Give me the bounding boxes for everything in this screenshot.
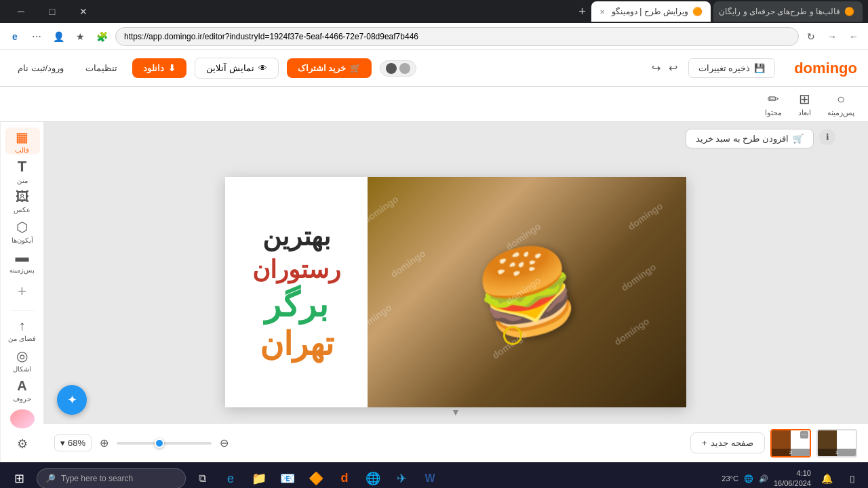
- user-avatar[interactable]: [10, 409, 35, 428]
- network-icon: 🌐: [744, 474, 753, 483]
- tab-2-favicon: 🟠: [692, 7, 703, 16]
- subscribe-button[interactable]: 🛒 خرید اشتراک: [287, 58, 372, 78]
- dark-mode-toggle[interactable]: [380, 60, 416, 77]
- taskbar-icon-files[interactable]: 📁: [247, 466, 271, 488]
- more-icon[interactable]: ⋯: [27, 27, 46, 46]
- start-button[interactable]: ⊞: [5, 465, 33, 488]
- side-item-myspace[interactable]: ↑ فضای من: [5, 317, 40, 344]
- save-icon: 💾: [754, 63, 765, 73]
- notification-button[interactable]: 🔔: [816, 468, 837, 488]
- side-item-template[interactable]: ▦ قالب: [5, 127, 40, 155]
- side-add-button[interactable]: +: [5, 278, 40, 305]
- tool-background[interactable]: ○ پس‌زمینه: [827, 92, 854, 117]
- template-icon: ▦: [16, 129, 28, 145]
- forward-button[interactable]: →: [823, 28, 841, 45]
- side-item-background[interactable]: ▬ پس‌زمینه: [5, 247, 40, 274]
- icons-icon: ⬡: [16, 219, 28, 235]
- app: domingo 💾 ذخیره تغییرات ↩ ↪ 🛒 خرید اشترا…: [0, 50, 868, 462]
- settings-button[interactable]: تنظیمات: [79, 59, 124, 77]
- zoom-slider[interactable]: [117, 442, 212, 445]
- info-button[interactable]: ℹ: [819, 129, 835, 145]
- address-input[interactable]: [115, 27, 799, 46]
- page-thumb-2[interactable]: ⋯ 2: [770, 429, 811, 458]
- collapse-arrow[interactable]: ▼: [446, 407, 465, 417]
- extensions-icon[interactable]: 🧩: [92, 27, 111, 46]
- preview-button[interactable]: 👁 نمایش آنلاین: [195, 58, 279, 79]
- side-item-icons[interactable]: ⬡ آیکون‌ها: [5, 218, 40, 245]
- zoom-display[interactable]: ▾ 68%: [54, 434, 92, 451]
- design-canvas[interactable]: domingo domingo domingo domingo domingo …: [225, 177, 686, 407]
- new-page-button[interactable]: + صفحه جدید: [690, 432, 765, 453]
- show-desktop-button[interactable]: ▯: [842, 468, 863, 488]
- tool-dimensions[interactable]: ⊞ ابعاد: [798, 91, 811, 117]
- taskbar-icon-domingo[interactable]: d: [332, 466, 357, 488]
- side-panel: ▦ قالب T متن 🖼 عکس ⬡ آیکون‌ها ▬ پس‌زمینه…: [0, 122, 43, 462]
- window-controls: ─ □ ✕: [5, 0, 99, 23]
- new-tab-button[interactable]: +: [576, 5, 589, 19]
- background-icon: ▬: [16, 249, 29, 265]
- chrome-icon: 🌐: [366, 471, 380, 486]
- download-button[interactable]: ⬇ دانلود: [132, 58, 186, 78]
- taskbar-search[interactable]: 🔎 Type here to search: [37, 468, 186, 488]
- subscribe-label: خرید اشتراک: [298, 63, 347, 73]
- edge-icon[interactable]: e: [5, 27, 24, 46]
- selection-circle[interactable]: [503, 326, 522, 345]
- side-item-text[interactable]: T متن: [5, 157, 40, 184]
- address-icons: 🧩 ★ 👤 ⋯ e: [5, 27, 111, 46]
- profile-icon[interactable]: 👤: [49, 27, 68, 46]
- zoom-in-button[interactable]: ⊕: [97, 435, 111, 451]
- minimize-button[interactable]: ─: [5, 0, 37, 23]
- windows-icon: ⊞: [14, 471, 24, 486]
- ai-icon: ✦: [67, 392, 77, 407]
- title-line-3: برگر: [264, 287, 328, 324]
- tab-2-close[interactable]: ✕: [599, 8, 605, 16]
- photo-icon: 🖼: [16, 189, 29, 205]
- download-icon: ⬇: [168, 63, 176, 73]
- save-button[interactable]: 💾 ذخیره تغییرات: [688, 58, 776, 78]
- tab-2-label: ویرایش طرح | دومینگو: [612, 7, 688, 16]
- taskbar-icon-task-view[interactable]: ⧉: [190, 466, 214, 488]
- taskbar-icon-app2[interactable]: 🔶: [304, 466, 328, 488]
- side-item-shapes[interactable]: ◎ اشکال: [5, 346, 40, 373]
- taskbar-icon-telegram[interactable]: ✈: [389, 466, 414, 488]
- taskbar-icon-word[interactable]: W: [418, 466, 442, 488]
- system-tray: 23°C 🌐 🔊 4:10 16/06/2024 🔔 ▯: [722, 468, 863, 488]
- taskbar-icon-app1[interactable]: 📧: [275, 466, 300, 488]
- side-item-fonts[interactable]: A حروف: [5, 377, 40, 404]
- dimensions-tool-icon: ⊞: [799, 91, 810, 107]
- undo-button[interactable]: ↩: [666, 59, 680, 77]
- edge-taskbar-icon: e: [227, 472, 234, 486]
- thumb-2-menu[interactable]: ⋯: [800, 431, 808, 439]
- redo-button[interactable]: ↪: [649, 59, 663, 77]
- zoom-out-button[interactable]: ⊖: [217, 435, 231, 451]
- login-button[interactable]: ورود/ثبت نام: [11, 59, 71, 77]
- page-thumb-1[interactable]: 1: [816, 429, 857, 458]
- reload-button[interactable]: ↻: [803, 28, 819, 45]
- add-to-cart-button[interactable]: 🛒 افزودن طرح به سبد خرید: [686, 129, 814, 148]
- settings-icon[interactable]: ⚙: [12, 431, 33, 457]
- dropdown-icon: ▾: [60, 438, 65, 448]
- zoom-value: 68%: [68, 438, 85, 448]
- domingo-taskbar-icon: d: [341, 471, 349, 485]
- tab-1[interactable]: 🟠 قالب‌ها و طرح‌های حرفه‌ای و رایگان ✕: [713, 1, 863, 22]
- back-button[interactable]: ←: [845, 28, 863, 45]
- ai-assistant-button[interactable]: ✦: [57, 385, 87, 415]
- shapes-icon: ◎: [16, 348, 28, 364]
- close-button[interactable]: ✕: [68, 0, 99, 23]
- thumb-1-inner: 1: [818, 430, 856, 456]
- photo-label: عکس: [14, 206, 31, 214]
- bottom-bar: ▾ 68% ⊕ ⊖ + صفحه جدید 1: [43, 423, 868, 462]
- maximize-button[interactable]: □: [37, 0, 68, 23]
- burger-image: [368, 177, 686, 407]
- side-item-photo[interactable]: 🖼 عکس: [5, 188, 40, 215]
- tab-1-label: قالب‌ها و طرح‌های حرفه‌ای و رایگان: [719, 7, 840, 16]
- taskbar-icon-edge[interactable]: e: [218, 466, 243, 488]
- tool-content[interactable]: ✏ محتوا: [765, 91, 782, 117]
- tab-2[interactable]: 🟠 ویرایش طرح | دومینگو ✕: [591, 1, 711, 22]
- date-display: 16/06/2024: [774, 479, 811, 488]
- app2-icon: 🔶: [309, 471, 323, 486]
- telegram-icon: ✈: [397, 471, 407, 486]
- favorites-icon[interactable]: ★: [71, 27, 90, 46]
- text-label: متن: [17, 177, 28, 184]
- taskbar-icon-chrome[interactable]: 🌐: [361, 466, 385, 488]
